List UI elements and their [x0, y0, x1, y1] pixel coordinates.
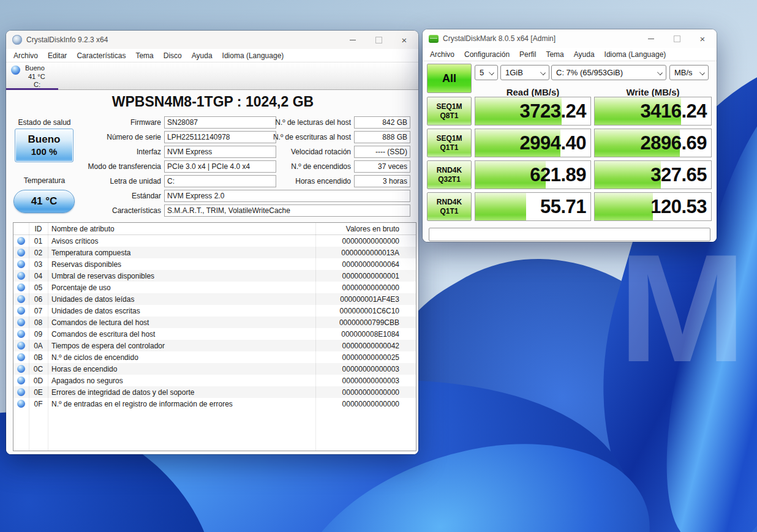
field-value-box: 888 GB	[354, 131, 410, 143]
menu-item[interactable]: Archivo	[425, 50, 459, 59]
info-field-row: N.º de encendidos 37 veces	[269, 160, 412, 173]
fields-left-column: Firmware SN28087 Número de serie LPH2251…	[58, 116, 279, 189]
info-field-row: N.º de escrituras al host 888 GB	[269, 130, 412, 143]
menu-item[interactable]: Idioma (Language)	[600, 50, 671, 59]
attribute-id: 05	[29, 283, 48, 292]
field-label: Horas encendido	[269, 177, 351, 185]
crystaldiskinfo-app-icon	[12, 35, 22, 45]
field-value-box: 3 horas	[354, 175, 410, 187]
field-label: Número de serie	[58, 133, 161, 141]
table-row[interactable]: 0F N.º de entradas en el registro de inf…	[13, 398, 416, 410]
maximize-button[interactable]	[672, 34, 681, 43]
attribute-raw-value: 00000000000000	[315, 400, 416, 408]
combo-box[interactable]: 5	[475, 65, 498, 80]
chevron-down-icon	[699, 70, 705, 75]
maximize-button[interactable]	[374, 36, 383, 44]
minimize-button[interactable]	[647, 34, 655, 43]
status-ok-icon	[17, 260, 25, 268]
combo-box[interactable]: MB/s	[669, 65, 709, 80]
status-ok-icon	[17, 365, 25, 373]
menu-item[interactable]: Características	[72, 51, 130, 60]
close-button[interactable]: ×	[400, 36, 409, 44]
drive-health-ok-icon	[11, 66, 20, 75]
table-row[interactable]: 04 Umbral de reservas disponibles 000000…	[13, 270, 416, 282]
id-column-header: ID	[29, 225, 48, 233]
menu-item[interactable]: Idioma (Language)	[217, 51, 289, 60]
table-row[interactable]: 09 Comandos de escritura del host 000000…	[13, 328, 416, 340]
info-field-row: N.º de lecturas del host 842 GB	[269, 116, 412, 129]
field-value-box: S.M.A.R.T., TRIM, VolatileWriteCache	[164, 204, 410, 217]
cdm-window-title: CrystalDiskMark 8.0.5 x64 [Admin]	[443, 34, 556, 43]
test-type-button[interactable]: SEQ1M Q1T1	[427, 129, 472, 157]
menu-item[interactable]: Tema	[130, 51, 158, 60]
attribute-name: Errores de integridad de datos y del sop…	[48, 388, 315, 397]
menu-item[interactable]: Ayuda	[187, 51, 217, 60]
table-row[interactable]: 07 Unidades de datos escritas 000000001C…	[13, 305, 416, 317]
test-type-button[interactable]: RND4K Q32T1	[427, 160, 472, 189]
menu-item[interactable]: Perfil	[514, 50, 541, 59]
test-type-button[interactable]: RND4K Q1T1	[427, 192, 472, 221]
attribute-id: 0F	[29, 400, 48, 408]
status-ok-icon	[17, 237, 25, 245]
drive-tab-letter[interactable]: C:	[34, 81, 40, 88]
combo-box[interactable]: 1GiB	[500, 65, 549, 80]
table-row[interactable]: 0E Errores de integridad de datos y del …	[13, 386, 416, 398]
attribute-id: 08	[29, 318, 48, 327]
table-row[interactable]: 08 Comandos de lectura del host 00000000…	[13, 317, 416, 328]
cdi-titlebar[interactable]: CrystalDiskInfo 9.2.3 x64 ×	[6, 31, 418, 49]
menu-item[interactable]: Disco	[159, 51, 187, 60]
field-value-box: NVM Express	[164, 146, 276, 158]
menu-item[interactable]: Archivo	[9, 51, 43, 60]
test-type-button[interactable]: SEQ1M Q8T1	[427, 97, 472, 126]
cdm-content: All 5 1GiB C: 7% (65/953GiB) MB/s Read (…	[423, 61, 717, 242]
field-label: N.º de escrituras al host	[269, 133, 351, 141]
menu-item[interactable]: Configuración	[459, 50, 514, 59]
attribute-name: Unidades de datos leídas	[48, 295, 315, 304]
drive-tab-status[interactable]: Bueno	[25, 64, 45, 72]
test-type-line2: Q1T1	[440, 207, 458, 216]
menu-item[interactable]: Editar	[43, 51, 72, 60]
table-row[interactable]: 02 Temperatura compuesta 0000000000013A	[13, 247, 416, 258]
drive-tab-temp[interactable]: 41 °C	[28, 73, 45, 80]
status-ok-icon	[17, 342, 25, 350]
close-button[interactable]: ×	[698, 34, 707, 43]
attribute-raw-value: 00000000000003	[315, 377, 416, 385]
status-ok-icon	[17, 295, 25, 303]
benchmark-row: SEQ1M Q1T1 2994.40 2896.69	[423, 129, 717, 157]
info-field-row: Modo de transferencia PCIe 3.0 x4 | PCIe…	[58, 160, 279, 173]
table-row[interactable]: 03 Reservas disponibles 00000000000064	[13, 258, 416, 270]
temperature-value: 41 °C	[31, 195, 58, 208]
read-result-cell: 2994.40	[475, 129, 591, 157]
table-row[interactable]: 05 Porcentaje de uso 00000000000000	[13, 282, 416, 293]
field-value-box: LPH225112140978	[164, 131, 276, 143]
field-value-box: NVM Express 2.0	[164, 190, 410, 202]
info-field-row: Estándar NVM Express 2.0	[58, 189, 412, 202]
attribute-name: Umbral de reservas disponibles	[48, 272, 315, 280]
minimize-button[interactable]	[348, 36, 357, 44]
cdi-window-title: CrystalDiskInfo 9.2.3 x64	[26, 36, 108, 44]
status-ok-icon	[17, 330, 25, 338]
menu-item[interactable]: Ayuda	[569, 50, 600, 59]
chevron-down-icon	[489, 70, 494, 75]
table-row[interactable]: 0B N.º de ciclos de encendido 0000000000…	[13, 351, 416, 363]
table-row[interactable]: 0D Apagados no seguros 00000000000003	[13, 375, 416, 386]
attribute-id: 0C	[29, 365, 48, 373]
combo-box[interactable]: C: 7% (65/953GiB)	[551, 65, 666, 80]
field-label: Velocidad rotación	[269, 148, 351, 156]
table-row[interactable]: 0C Horas de encendido 00000000000003	[13, 363, 416, 375]
attribute-raw-value: 00000000000000	[315, 237, 416, 245]
menu-item[interactable]: Tema	[541, 50, 568, 59]
comment-input[interactable]	[429, 228, 710, 241]
cdm-titlebar[interactable]: CrystalDiskMark 8.0.5 x64 [Admin] ×	[423, 29, 717, 48]
attribute-id: 06	[29, 295, 48, 304]
table-row[interactable]: 01 Avisos críticos 00000000000000	[13, 235, 416, 247]
combo-selected-value: MB/s	[674, 68, 693, 77]
table-row[interactable]: 0A Tiempos de espera del controlador 000…	[13, 340, 416, 351]
table-row[interactable]: 06 Unidades de datos leídas 000000001AF4…	[13, 293, 416, 305]
column-divider	[48, 223, 48, 451]
field-label: Firmware	[58, 118, 161, 127]
read-result-cell: 3723.24	[475, 97, 591, 126]
status-ok-icon	[17, 353, 25, 361]
chevron-down-icon	[657, 70, 663, 75]
test-type-line1: RND4K	[437, 198, 462, 207]
